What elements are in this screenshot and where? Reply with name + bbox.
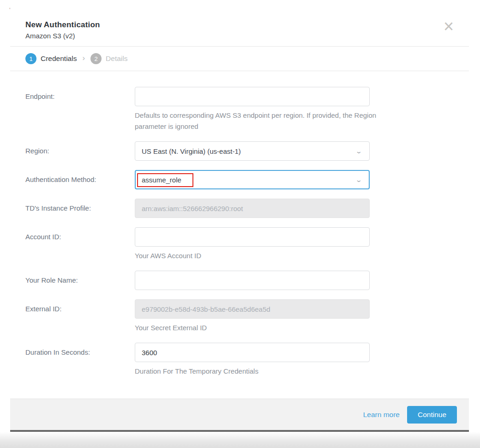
endpoint-label: Endpoint: — [25, 87, 135, 132]
close-icon[interactable]: × — [440, 18, 457, 35]
modal-title: New Authentication — [25, 20, 454, 30]
page-background-bottom — [0, 432, 480, 448]
step-1-badge: 1 — [25, 53, 36, 64]
external-id-label: External ID: — [25, 299, 135, 333]
modal-header: New Authentication Amazon S3 (v2) × — [10, 0, 469, 46]
continue-button[interactable]: Continue — [407, 406, 457, 424]
duration-helper-text: Duration For The Temporary Credentials — [135, 366, 384, 377]
external-id-helper-text: Your Secret External ID — [135, 322, 384, 333]
duration-row: Duration In Seconds: Duration For The Te… — [25, 343, 454, 377]
modal-subtitle: Amazon S3 (v2) — [25, 32, 454, 40]
external-id-row: External ID: Your Secret External ID — [25, 299, 454, 333]
modal-footer: Learn more Continue — [10, 399, 469, 430]
external-id-input — [135, 299, 370, 319]
instance-profile-row: TD's Instance Profile: — [25, 199, 454, 218]
new-authentication-modal: New Authentication Amazon S3 (v2) × 1 Cr… — [10, 0, 469, 432]
role-name-label: Your Role Name: — [25, 271, 135, 290]
stepper: 1 Credentials › 2 Details — [10, 47, 469, 71]
duration-label: Duration In Seconds: — [25, 343, 135, 377]
instance-profile-input — [135, 199, 370, 218]
authentication-method-label: Authentication Method: — [25, 170, 135, 189]
endpoint-input[interactable] — [135, 87, 370, 106]
role-name-input[interactable] — [135, 271, 370, 290]
duration-input[interactable] — [135, 343, 370, 362]
authentication-method-selected-value: assume_role — [142, 176, 181, 184]
authentication-method-row: Authentication Method: assume_role ⌄ — [25, 170, 454, 189]
credentials-form: Endpoint: Defaults to corresponding AWS … — [10, 71, 469, 399]
chevron-down-icon: ⌄ — [355, 177, 362, 183]
endpoint-helper-text: Defaults to corresponding AWS S3 endpoin… — [135, 110, 384, 132]
account-id-row: Account ID: Your AWS Account ID — [25, 227, 454, 261]
step-2-label: Details — [106, 54, 127, 63]
region-row: Region: US East (N. Virginia) (us-east-1… — [25, 141, 454, 161]
region-select[interactable]: US East (N. Virginia) (us-east-1) ⌄ — [135, 141, 370, 161]
endpoint-row: Endpoint: Defaults to corresponding AWS … — [25, 87, 454, 132]
region-label: Region: — [25, 141, 135, 161]
instance-profile-label: TD's Instance Profile: — [25, 199, 135, 218]
authentication-method-select[interactable]: assume_role ⌄ — [135, 170, 370, 189]
learn-more-link[interactable]: Learn more — [363, 411, 400, 419]
chevron-down-icon: ⌄ — [355, 148, 362, 154]
step-credentials[interactable]: 1 Credentials — [25, 53, 77, 64]
account-id-helper-text: Your AWS Account ID — [135, 250, 384, 261]
role-name-row: Your Role Name: — [25, 271, 454, 290]
step-2-badge: 2 — [90, 53, 102, 64]
step-details: 2 Details — [90, 53, 127, 64]
step-separator-icon: › — [81, 54, 86, 64]
account-id-label: Account ID: — [25, 227, 135, 261]
step-1-label: Credentials — [41, 54, 77, 63]
region-selected-value: US East (N. Virginia) (us-east-1) — [142, 147, 241, 155]
account-id-input[interactable] — [135, 227, 370, 247]
